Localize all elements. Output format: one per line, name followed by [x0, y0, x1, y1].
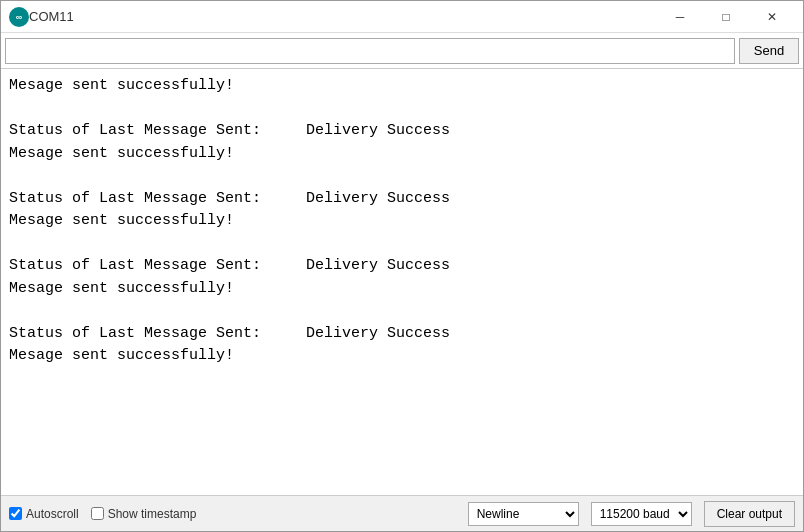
send-button[interactable]: Send [739, 38, 799, 64]
bottom-bar: Autoscroll Show timestamp No line ending… [1, 495, 803, 531]
autoscroll-checkbox[interactable] [9, 507, 22, 520]
minimize-button[interactable]: ─ [657, 1, 703, 33]
newline-select[interactable]: No line ending Newline Carriage return B… [468, 502, 579, 526]
baud-rate-select[interactable]: 300 600 1200 2400 4800 9600 14400 19200 … [591, 502, 692, 526]
serial-input[interactable] [5, 38, 735, 64]
autoscroll-label[interactable]: Autoscroll [9, 507, 79, 521]
titlebar: ∞ COM11 ─ □ ✕ [1, 1, 803, 33]
serial-monitor-window: ∞ COM11 ─ □ ✕ Send Mesage sent successfu… [0, 0, 804, 532]
output-text: Mesage sent successfully! Status of Last… [9, 75, 795, 368]
clear-output-button[interactable]: Clear output [704, 501, 795, 527]
arduino-logo-icon: ∞ [9, 7, 29, 27]
input-row: Send [1, 33, 803, 69]
maximize-button[interactable]: □ [703, 1, 749, 33]
show-timestamp-label[interactable]: Show timestamp [91, 507, 197, 521]
close-button[interactable]: ✕ [749, 1, 795, 33]
window-title: COM11 [29, 9, 657, 24]
show-timestamp-checkbox[interactable] [91, 507, 104, 520]
output-area[interactable]: Mesage sent successfully! Status of Last… [1, 69, 803, 495]
window-controls: ─ □ ✕ [657, 1, 795, 33]
